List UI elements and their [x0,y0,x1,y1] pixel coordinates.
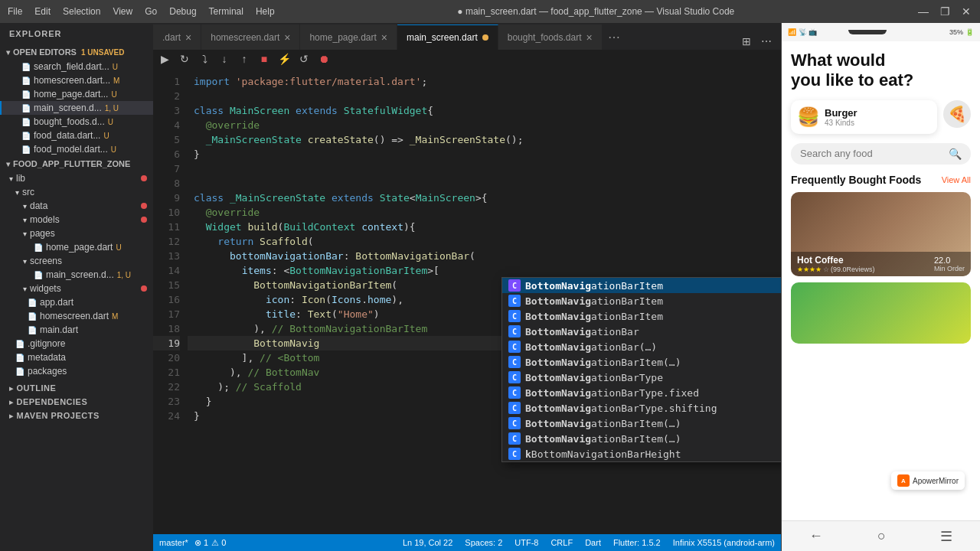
pizza-icon-card[interactable]: 🍕 [943,100,971,128]
menu-file[interactable]: File [8,6,22,17]
menu-edit[interactable]: Edit [34,6,51,17]
minimize-button[interactable]: — [917,5,929,18]
tab-dart[interactable]: .dart × [153,24,201,50]
autocomplete-item-7[interactable]: C BottomNavigationBarType.fixed [502,385,781,400]
tab-homepage[interactable]: home_page.dart × [300,24,397,50]
sidebar-file-packages[interactable]: 📄 packages [0,364,153,378]
close-button[interactable]: ✕ [960,5,972,18]
view-all-button[interactable]: View All [942,175,971,184]
language-mode[interactable]: Dart [585,538,601,547]
line-ending[interactable]: CRLF [550,538,573,547]
menu-help[interactable]: Help [256,6,275,17]
sidebar-file-boughtfoods[interactable]: 📄 bought_foods.d... U [0,115,153,129]
sidebar-file-mainscreen-dart[interactable]: 📄 main_screen.d... 1, U [0,268,153,282]
ac-text: BottomNavigationBarItem [525,280,663,292]
code-editor[interactable]: 1 2 3 4 5 6 7 8 9 10 11 12 13 14 15 16 1… [153,68,781,534]
autocomplete-item-11[interactable]: C kBottomNavigationBarHeight [502,446,781,461]
step-over-icon[interactable]: ⤵ [196,51,213,67]
sidebar-file-app[interactable]: 📄 app.dart [0,295,153,309]
autocomplete-item-10[interactable]: C BottomNavigationBarItem(…) [502,431,781,446]
autocomplete-item-6[interactable]: C BottomNavigationBarType [502,370,781,385]
food-card-burger[interactable]: 🍔 Burger 43 Kinds [791,100,937,134]
more-actions-icon[interactable]: ⋯ [758,33,775,50]
window-controls[interactable]: — ❐ ✕ [917,5,972,18]
sidebar-file-gitignore[interactable]: 📄 .gitignore [0,337,153,350]
restart-icon[interactable]: ↺ [296,51,312,67]
sidebar-folder-screens[interactable]: ▾ screens [0,254,153,268]
sidebar-file-search-field[interactable]: 📄 search_field.dart... U [0,60,153,73]
refresh-icon[interactable]: ↻ [176,51,193,67]
project-section[interactable]: ▾ FOOD_APP_FLUTTER_ZONE [0,156,153,171]
device-name[interactable]: Infinix X5515 (android-arm) [673,538,775,547]
step-into-icon[interactable]: ↓ [216,51,233,67]
autocomplete-item-8[interactable]: C BottomNavigationBarType.shifting [502,400,781,416]
phone-home-button[interactable]: ○ [877,528,886,544]
flutter-version[interactable]: Flutter: 1.5.2 [613,538,661,547]
menu-bar[interactable]: File Edit Selection View Go Debug Termin… [8,6,275,17]
autocomplete-item-4[interactable]: C BottomNavigationBar(…) [502,339,781,354]
search-bar[interactable]: 🔍 [791,143,971,165]
tab-homescreen[interactable]: homescreen.dart × [201,24,300,50]
phone-back-button[interactable]: ← [809,528,823,544]
search-input[interactable] [800,148,942,159]
sidebar-folder-lib[interactable]: ▾ lib [0,171,153,185]
sidebar-folder-widgets[interactable]: ▾ widgets [0,282,153,295]
run-icon[interactable]: ▶ [156,51,173,67]
menu-go[interactable]: Go [145,6,157,17]
maximize-button[interactable]: ❐ [939,5,951,18]
split-editor-icon[interactable]: ⊞ [738,33,755,50]
tab-close-icon[interactable]: × [381,31,387,44]
tab-overflow-button[interactable]: ⋯ [603,24,626,50]
ac-text: BottomNavigationBarItem(…) [525,418,681,429]
sidebar-folder-pages[interactable]: ▾ pages [0,227,153,240]
sidebar-file-homescreen[interactable]: 📄 homescreen.dart... M [0,73,153,87]
sidebar-folder-src[interactable]: ▾ src [0,185,153,199]
sidebar-file-homescreen-dart[interactable]: 📄 homescreen.dart M [0,309,153,323]
autocomplete-item-1[interactable]: C BottomNavigationBarItem [502,293,781,308]
record-icon[interactable]: ⏺ [315,51,332,67]
sidebar-file-homepage-dart[interactable]: 📄 home_page.dart U [0,240,153,254]
statusbar-errors[interactable]: ⊗ 1 ⚠ 0 [194,538,226,548]
outline-section[interactable]: ▸ OUTLINE [6,381,147,395]
tab-mainscreen[interactable]: main_screen.dart [397,24,498,50]
sidebar-file-fooddata[interactable]: 📄 food_data.dart... U [0,129,153,142]
statusbar-left: master* ⊗ 1 ⚠ 0 [159,538,226,548]
food-card-coffee[interactable]: Hot Coffee ★★★★ ☆ (99.0Reviews) 22.0 Min… [791,192,971,276]
sidebar-folder-models[interactable]: ▾ models [0,213,153,227]
tab-close-icon[interactable]: × [284,31,290,44]
sidebar-file-main[interactable]: 📄 main.dart [0,323,153,337]
autocomplete-item-9[interactable]: C BottomNavigationBarItem(…) [502,416,781,431]
step-out-icon[interactable]: ↑ [236,51,253,67]
file-label: app.dart [40,297,74,308]
maven-section[interactable]: ▸ MAVEN PROJECTS [6,409,147,422]
menu-debug[interactable]: Debug [169,6,196,17]
tab-boughtfoods[interactable]: bought_foods.dart × [498,24,603,50]
autocomplete-item-2[interactable]: C BottomNavigationBarItem [502,308,781,324]
autocomplete-item-0[interactable]: C BottomNavigationBarItem ● [502,278,781,293]
open-editors-section[interactable]: ▾ OPEN EDITORS 1 UNSAVED [0,44,153,60]
tab-close-icon[interactable]: × [586,31,593,44]
encoding[interactable]: UTF-8 [514,538,538,547]
autocomplete-dropdown[interactable]: C BottomNavigationBarItem ● C BottomNavi… [501,277,781,462]
sidebar-file-mainscreen[interactable]: 📄 main_screen.d... 1, U [0,101,153,115]
autocomplete-item-3[interactable]: C BottomNavigationBar [502,324,781,339]
food-card-salad[interactable] [791,282,971,344]
stop-icon[interactable]: ■ [256,51,273,67]
open-editors-label: OPEN EDITORS [13,47,77,57]
sidebar-folder-data[interactable]: ▾ data [0,199,153,213]
git-branch[interactable]: master* [159,538,188,547]
sidebar-file-metadata[interactable]: 📄 metadata [0,350,153,364]
search-icon[interactable]: 🔍 [949,148,962,160]
menu-terminal[interactable]: Terminal [209,6,243,17]
phone-recents-button[interactable]: ☰ [940,528,952,545]
autocomplete-item-5[interactable]: C BottomNavigationBarItem(…) [502,354,781,370]
sidebar-file-homepage[interactable]: 📄 home_page.dart... U [0,87,153,101]
menu-view[interactable]: View [113,6,132,17]
cursor-position[interactable]: Ln 19, Col 22 [403,538,452,547]
debug-icon[interactable]: ⚡ [276,51,292,67]
dependencies-section[interactable]: ▸ DEPENDENCIES [6,395,147,409]
tab-close-icon[interactable]: × [185,31,191,44]
sidebar-file-foodmodel[interactable]: 📄 food_model.dart... U [0,142,153,156]
indentation[interactable]: Spaces: 2 [465,538,502,547]
menu-selection[interactable]: Selection [63,6,100,17]
